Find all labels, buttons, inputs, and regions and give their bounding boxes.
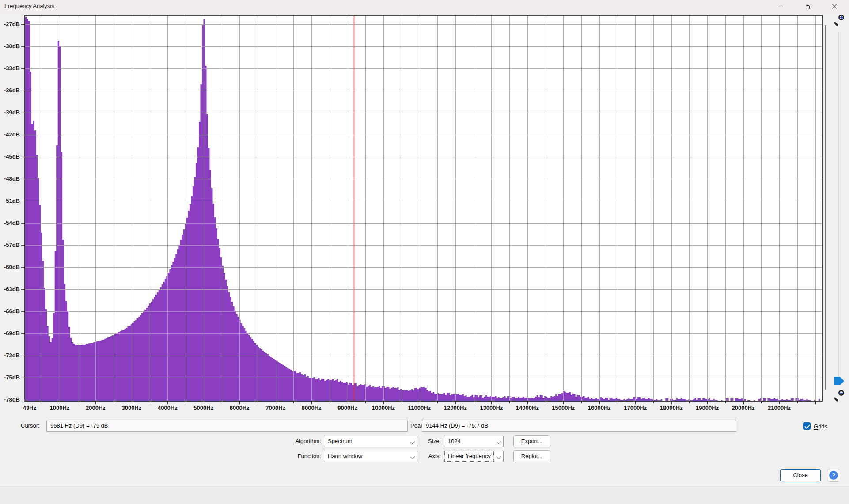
x-tick-label: 20000Hz	[732, 405, 755, 411]
algorithm-mnemonic: A	[295, 438, 299, 444]
x-tick-label: 7000Hz	[265, 405, 285, 411]
x-tick-label: 15000Hz	[552, 405, 575, 411]
x-tick-mark	[222, 402, 222, 403]
y-tick-mark	[21, 311, 24, 312]
x-tick-mark	[239, 402, 240, 404]
x-tick-mark	[276, 402, 276, 404]
x-tick-mark	[78, 402, 78, 403]
grids-label-mnemonic: G	[814, 423, 818, 430]
close-button[interactable]: Close	[780, 469, 821, 481]
y-tick-label: -42dB	[4, 131, 20, 138]
x-tick-mark	[186, 402, 186, 403]
axis-select[interactable]: Linear frequency	[444, 451, 504, 462]
size-label: Size:	[414, 438, 441, 444]
size-label-rest: ize:	[432, 438, 441, 444]
replot-mnemonic: R	[521, 453, 525, 459]
y-tick-mark	[21, 157, 24, 157]
y-tick-mark	[21, 289, 24, 290]
x-tick-label: 19000Hz	[696, 405, 719, 411]
x-tick-label: 16000Hz	[588, 405, 611, 411]
y-tick-mark	[21, 91, 24, 91]
zoom-out-button[interactable]	[833, 390, 845, 401]
x-tick-mark	[455, 402, 456, 404]
x-tick-mark	[258, 402, 258, 403]
chevron-down-icon	[497, 455, 501, 459]
x-tick-mark	[42, 402, 42, 403]
title-bar: Frequency Analysis	[0, 0, 849, 13]
x-tick-mark	[132, 402, 132, 404]
x-tick-mark	[293, 402, 294, 403]
y-tick-label: -60dB	[4, 264, 20, 270]
axis-label: Axis:	[414, 453, 441, 459]
y-tick-mark	[21, 135, 24, 135]
grids-label[interactable]: Grids	[814, 423, 827, 430]
spectrum-plot[interactable]	[24, 15, 823, 402]
help-button[interactable]: ?	[827, 469, 840, 482]
y-tick-label: -75dB	[4, 374, 20, 381]
x-tick-mark	[509, 402, 510, 403]
y-tick-mark	[21, 333, 24, 334]
pan-slider-thumb[interactable]	[834, 377, 844, 385]
x-tick-label: 43Hz	[23, 405, 36, 411]
y-tick-mark	[21, 179, 24, 179]
axis-mnemonic: A	[428, 453, 432, 459]
minimize-icon	[778, 7, 783, 7]
x-tick-label: 9000Hz	[337, 405, 357, 411]
function-select[interactable]: Hann window	[324, 451, 417, 462]
x-tick-mark	[114, 402, 114, 403]
db-ruler: -27dB-30dB-33dB-36dB-39dB-42dB-45dB-48dB…	[0, 0, 24, 420]
spectrum-area-chart	[25, 16, 822, 401]
x-tick-mark	[383, 402, 384, 404]
x-tick-mark	[167, 402, 168, 404]
close-window-button[interactable]	[824, 0, 845, 13]
x-tick-label: 1000Hz	[50, 405, 70, 411]
y-tick-label: -69dB	[4, 330, 20, 337]
y-tick-label: -45dB	[4, 153, 20, 160]
y-tick-label: -48dB	[4, 175, 20, 182]
grids-label-rest: rids	[818, 423, 827, 430]
frequency-ruler: 43Hz1000Hz2000Hz3000Hz4000Hz5000Hz6000Hz…	[0, 402, 849, 416]
x-tick-mark	[402, 402, 402, 403]
x-tick-mark	[707, 402, 708, 404]
x-tick-mark	[797, 402, 798, 403]
x-tick-label: 18000Hz	[660, 405, 683, 411]
pan-slider-track[interactable]	[838, 32, 839, 385]
y-tick-mark	[21, 201, 24, 201]
x-tick-mark	[330, 402, 330, 403]
export-button[interactable]: Export...	[513, 435, 550, 447]
x-tick-mark	[150, 402, 150, 403]
replot-button[interactable]: Replot...	[513, 450, 550, 462]
algorithm-select[interactable]: Spectrum	[324, 436, 417, 447]
zoom-in-icon-handle	[834, 22, 838, 27]
restore-icon	[806, 5, 810, 9]
zoom-in-icon-plus	[839, 15, 843, 19]
y-tick-label: -63dB	[4, 286, 20, 292]
y-tick-mark	[21, 356, 24, 356]
algorithm-label: Algorithm:	[281, 438, 321, 444]
x-tick-mark	[671, 402, 672, 404]
x-tick-label: 4000Hz	[158, 405, 178, 411]
x-tick-mark	[653, 402, 654, 403]
x-tick-label: 14000Hz	[516, 405, 539, 411]
x-tick-mark	[563, 402, 564, 404]
x-tick-label: 12000Hz	[444, 405, 467, 411]
restore-button[interactable]	[797, 0, 818, 13]
zoom-in-button[interactable]	[833, 14, 845, 26]
close-label-rest: lose	[797, 472, 808, 478]
export-label-rest: xport...	[525, 438, 542, 444]
x-tick-mark	[779, 402, 780, 404]
x-tick-mark	[365, 402, 366, 403]
peak-value-box: 9144 Hz (D9) = -75.7 dB	[422, 420, 736, 432]
x-tick-mark	[599, 402, 600, 404]
x-tick-mark	[60, 402, 60, 404]
y-tick-label: -54dB	[4, 220, 20, 226]
y-tick-mark	[21, 400, 24, 400]
zoom-out-icon-handle	[834, 397, 838, 402]
grids-checkbox[interactable]	[803, 422, 811, 430]
pan-slider-groove	[825, 25, 826, 390]
x-tick-label: 6000Hz	[230, 405, 250, 411]
x-tick-mark	[761, 402, 762, 403]
y-tick-mark	[21, 267, 24, 268]
minimize-button[interactable]	[770, 0, 791, 13]
size-select[interactable]: 1024	[444, 436, 504, 447]
